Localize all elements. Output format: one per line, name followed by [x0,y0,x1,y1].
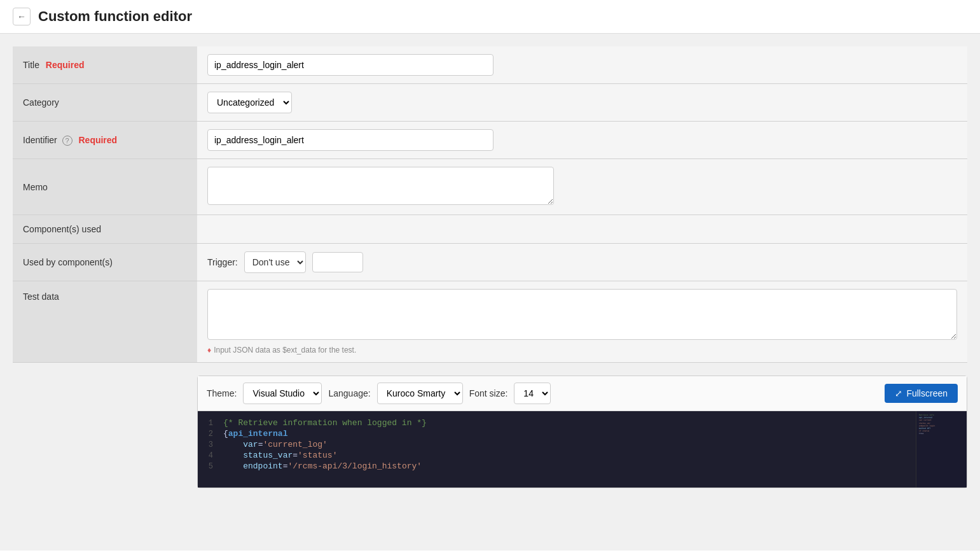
trigger-select[interactable]: Don't use [245,252,305,272]
category-select[interactable]: Uncategorized [207,92,292,113]
code-line-1: 1 {* Retrieve information when logged in… [198,418,967,428]
identifier-input[interactable] [207,129,493,151]
trigger-select-wrap: Don't use [244,251,306,273]
used-by-label-cell: Used by component(s) [13,244,197,281]
page-header: ← Custom function editor [0,0,980,34]
trigger-text-input[interactable] [312,252,363,272]
fullscreen-icon: ⤢ [895,388,902,398]
test-data-value-cell: ♦ Input JSON data as $ext_data for the t… [197,281,967,363]
identifier-label: Identifier [23,135,57,145]
category-value-cell: Uncategorized [197,84,967,122]
form-table: Title Required Category Uncategorized [13,46,967,363]
memo-textarea[interactable] [207,167,554,205]
code-line-3: 3 var='current_log' [198,439,967,450]
identifier-label-cell: Identifier ? Required [13,122,197,159]
components-used-label-cell: Component(s) used [13,215,197,244]
language-label: Language: [328,388,370,398]
title-label: Title [23,60,39,70]
back-button[interactable]: ← [13,8,31,25]
test-data-label-cell: Test data [13,281,197,363]
title-value-cell [197,46,967,84]
theme-select[interactable]: Visual Studio [243,383,322,404]
used-by-row: Used by component(s) Trigger: Don't use [13,244,967,281]
memo-row: Memo [13,159,967,215]
test-data-hint: ♦ Input JSON data as $ext_data for the t… [207,346,957,355]
category-label: Category [23,97,59,108]
identifier-required-badge: Required [78,135,117,145]
code-line-2: 2 {api_internal [198,428,967,439]
theme-label: Theme: [207,388,237,398]
hint-text: Input JSON data as $ext_data for the tes… [214,346,356,355]
used-by-label: Used by component(s) [23,257,113,267]
title-input[interactable] [207,54,493,76]
minimap: Retrieve info api_internal var current s… [916,411,967,488]
editor-toolbar: Theme: Visual Studio Language: Kuroco Sm… [198,376,967,411]
hint-icon: ♦ [207,346,211,355]
components-used-row: Component(s) used [13,215,967,244]
fontsize-label: Font size: [469,388,508,398]
code-line-5: 5 endpoint='/rcms-api/3/login_history' [198,461,967,472]
components-used-value-cell [197,215,967,244]
code-editor[interactable]: 1 {* Retrieve information when logged in… [198,411,967,488]
trigger-row: Trigger: Don't use [207,251,957,273]
used-by-value-cell: Trigger: Don't use [197,244,967,281]
fullscreen-label: Fullscreen [906,388,948,398]
code-area-wrap: 1 {* Retrieve information when logged in… [198,411,967,488]
memo-label: Memo [23,182,48,192]
test-data-label: Test data [23,292,59,302]
memo-value-cell [197,159,967,215]
category-row: Category Uncategorized [13,84,967,122]
code-line-4: 4 status_var='status' [198,450,967,461]
back-icon: ← [17,11,26,22]
identifier-value-cell [197,122,967,159]
memo-label-cell: Memo [13,159,197,215]
title-required-badge: Required [46,60,85,70]
components-used-label: Component(s) used [23,224,101,234]
title-row: Title Required [13,46,967,84]
editor-section: Theme: Visual Studio Language: Kuroco Sm… [197,376,967,488]
test-data-textarea[interactable] [207,289,957,340]
language-select[interactable]: Kuroco Smarty [377,383,463,404]
trigger-label: Trigger: [207,257,238,267]
test-data-row: Test data ♦ Input JSON data as $ext_data… [13,281,967,363]
fontsize-select[interactable]: 14 [514,383,551,404]
main-content: Title Required Category Uncategorized [0,34,980,551]
identifier-row: Identifier ? Required [13,122,967,159]
identifier-help-icon[interactable]: ? [62,136,72,146]
fullscreen-button[interactable]: ⤢ Fullscreen [885,384,958,403]
category-label-cell: Category [13,84,197,122]
title-label-cell: Title Required [13,46,197,84]
page-title: Custom function editor [38,8,192,25]
